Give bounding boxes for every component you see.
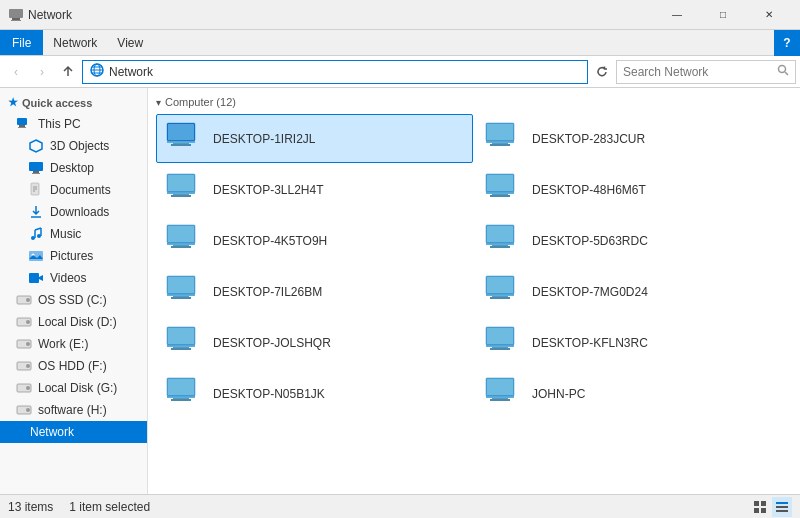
search-input[interactable]	[623, 65, 773, 79]
svg-marker-30	[39, 275, 43, 281]
sidebar-item-os-hdd-f[interactable]: OS HDD (F:)	[0, 355, 147, 377]
details-view-button[interactable]	[772, 497, 792, 517]
network-item-desktop-7il26bm[interactable]: DESKTOP-7IL26BM	[156, 267, 473, 316]
address-bar: ‹ › Network	[0, 56, 800, 88]
local-disk-g-label: Local Disk (G:)	[38, 381, 117, 395]
sidebar-item-pictures[interactable]: Pictures	[0, 245, 147, 267]
path-network-icon	[89, 62, 105, 81]
main-layout: ★ Quick access This PC3D ObjectsDesktopD…	[0, 88, 800, 494]
svg-rect-132	[754, 508, 759, 513]
network-item-desktop-5d63rdc[interactable]: DESKTOP-5D63RDC	[475, 216, 792, 265]
svg-rect-75	[168, 226, 194, 242]
computer-icon	[484, 172, 524, 207]
back-button[interactable]: ‹	[4, 60, 28, 84]
3d-objects-label: 3D Objects	[50, 139, 109, 153]
downloads-label: Downloads	[50, 205, 109, 219]
sidebar-item-software-h[interactable]: software (H:)	[0, 399, 147, 421]
svg-rect-12	[18, 127, 26, 128]
svg-rect-79	[167, 243, 195, 245]
network-item-desktop-48h6m6t[interactable]: DESKTOP-48H6M6T	[475, 165, 792, 214]
network-item-desktop-3ll2h4t[interactable]: DESKTOP-3LL2H4T	[156, 165, 473, 214]
computer-icon	[165, 223, 205, 258]
sidebar-item-local-disk-g[interactable]: Local Disk (G:)	[0, 377, 147, 399]
software-h-label: software (H:)	[38, 403, 107, 417]
sidebar-item-this-pc[interactable]: This PC	[0, 113, 147, 135]
sidebar-item-work-e[interactable]: Work (E:)	[0, 333, 147, 355]
desktop-label: Desktop	[50, 161, 94, 175]
sidebar-item-network[interactable]: Network	[0, 421, 147, 443]
svg-rect-103	[168, 328, 194, 344]
computer-icon	[484, 121, 524, 156]
network-item-desktop-n05b1jk[interactable]: DESKTOP-N05B1JK	[156, 369, 473, 418]
menu-view[interactable]: View	[107, 30, 153, 55]
svg-rect-29	[29, 273, 39, 283]
svg-rect-68	[487, 175, 513, 191]
computer-label: DESKTOP-48H6M6T	[532, 183, 646, 197]
sidebar-item-videos[interactable]: Videos	[0, 267, 147, 289]
computer-label: JOHN-PC	[532, 387, 585, 401]
computer-label: DESKTOP-4K5TO9H	[213, 234, 327, 248]
window-title: Network	[28, 8, 654, 22]
network-item-desktop-kfln3rc[interactable]: DESKTOP-KFLN3RC	[475, 318, 792, 367]
svg-rect-86	[486, 243, 514, 245]
sidebar-item-os-ssd[interactable]: OS SSD (C:)	[0, 289, 147, 311]
videos-icon	[28, 270, 44, 286]
up-button[interactable]	[56, 60, 80, 84]
work-e-label: Work (E:)	[38, 337, 88, 351]
computer-icon	[484, 223, 524, 258]
os-hdd-f-icon	[16, 358, 32, 374]
svg-rect-58	[486, 141, 514, 143]
svg-rect-128	[486, 396, 514, 398]
search-box[interactable]	[616, 60, 796, 84]
svg-rect-61	[168, 175, 194, 191]
window-controls: — □ ✕	[654, 0, 792, 30]
sidebar-item-music[interactable]: Music	[0, 223, 147, 245]
sidebar-item-desktop[interactable]: Desktop	[0, 157, 147, 179]
network-items-grid: DESKTOP-1IRI2JL DESKTOP-283JCUR DESKTOP-…	[156, 114, 792, 418]
network-item-desktop-1iri2jl[interactable]: DESKTOP-1IRI2JL	[156, 114, 473, 163]
large-icons-view-button[interactable]	[750, 497, 770, 517]
svg-rect-89	[168, 277, 194, 293]
svg-rect-10	[17, 118, 27, 125]
forward-button[interactable]: ›	[30, 60, 54, 84]
computer-icon	[165, 172, 205, 207]
svg-rect-106	[171, 348, 191, 350]
title-bar: Network — □ ✕	[0, 0, 800, 30]
menu-help[interactable]: ?	[774, 30, 800, 56]
computer-label: DESKTOP-3LL2H4T	[213, 183, 324, 197]
sidebar-item-downloads[interactable]: Downloads	[0, 201, 147, 223]
sidebar-item-documents[interactable]: Documents	[0, 179, 147, 201]
svg-rect-127	[490, 399, 510, 401]
svg-rect-96	[487, 277, 513, 293]
svg-rect-93	[167, 294, 195, 296]
network-item-desktop-7mg0d24[interactable]: DESKTOP-7MG0D24	[475, 267, 792, 316]
computer-icon	[165, 121, 205, 156]
svg-rect-1	[12, 18, 20, 20]
computer-icon	[484, 376, 524, 411]
items-count: 13 items	[8, 500, 53, 514]
music-icon	[28, 226, 44, 242]
network-item-desktop-283jcur[interactable]: DESKTOP-283JCUR	[475, 114, 792, 163]
this-pc-icon	[16, 116, 32, 132]
svg-point-32	[26, 298, 30, 302]
refresh-button[interactable]	[590, 60, 614, 84]
svg-rect-110	[487, 328, 513, 344]
sidebar-item-local-disk-d[interactable]: Local Disk (D:)	[0, 311, 147, 333]
sidebar: ★ Quick access This PC3D ObjectsDesktopD…	[0, 88, 148, 494]
network-item-john-pc[interactable]: JOHN-PC	[475, 369, 792, 418]
svg-rect-64	[171, 195, 191, 197]
status-bar: 13 items 1 item selected	[0, 494, 800, 518]
network-item-desktop-4ksto9h[interactable]: DESKTOP-4K5TO9H	[156, 216, 473, 265]
computer-icon	[165, 274, 205, 309]
sidebar-item-3d-objects[interactable]: 3D Objects	[0, 135, 147, 157]
minimize-button[interactable]: —	[654, 0, 700, 30]
network-item-desktop-jolshqr[interactable]: DESKTOP-JOLSHQR	[156, 318, 473, 367]
maximize-button[interactable]: □	[700, 0, 746, 30]
menu-file[interactable]: File	[0, 30, 43, 55]
computer-icon	[484, 274, 524, 309]
close-button[interactable]: ✕	[746, 0, 792, 30]
svg-rect-130	[754, 501, 759, 506]
menu-network[interactable]: Network	[43, 30, 107, 55]
svg-marker-13	[30, 140, 42, 152]
address-path[interactable]: Network	[82, 60, 588, 84]
